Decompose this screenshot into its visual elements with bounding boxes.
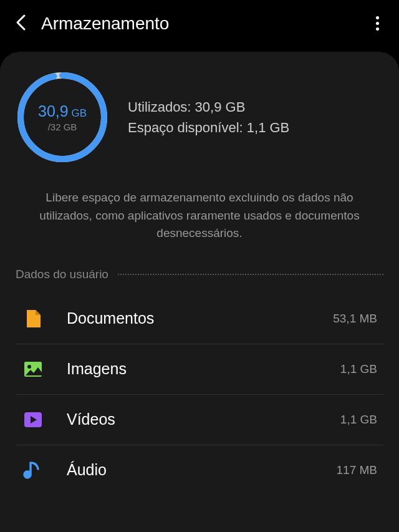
item-label: Imagens xyxy=(67,360,340,378)
list-item-document[interactable]: Documentos 53,1 MB xyxy=(16,294,383,344)
storage-details: Utilizados: 30,9 GB Espaço disponível: 1… xyxy=(128,97,383,138)
item-size: 1,1 GB xyxy=(340,362,377,376)
list-item-audio[interactable]: Áudio 117 MB xyxy=(16,445,383,495)
available-label: Espaço disponível: 1,1 GB xyxy=(128,117,383,138)
video-icon xyxy=(22,409,44,431)
back-icon[interactable] xyxy=(15,14,26,34)
svg-point-5 xyxy=(25,472,31,478)
image-icon xyxy=(22,358,44,380)
used-storage-value: 30,9 GB xyxy=(38,102,87,120)
divider xyxy=(118,274,383,275)
svg-point-3 xyxy=(27,365,31,369)
item-size: 53,1 MB xyxy=(333,312,377,326)
storage-circle: 30,9 GB /32 GB xyxy=(16,70,109,164)
document-icon xyxy=(22,307,44,330)
audio-icon xyxy=(22,459,44,481)
storage-items-list: Documentos 53,1 MB Imagens 1,1 GB Vídeos… xyxy=(16,294,383,495)
item-label: Vídeos xyxy=(67,410,340,428)
storage-summary: 30,9 GB /32 GB Utilizados: 30,9 GB Espaç… xyxy=(16,70,383,164)
list-item-image[interactable]: Imagens 1,1 GB xyxy=(16,344,383,395)
total-storage-value: /32 GB xyxy=(48,122,77,132)
used-label: Utilizados: 30,9 GB xyxy=(128,97,383,117)
app-header: Armazenamento xyxy=(0,0,399,47)
item-size: 117 MB xyxy=(337,463,377,477)
section-header: Dados do usuário xyxy=(16,268,383,281)
list-item-video[interactable]: Vídeos 1,1 GB xyxy=(16,395,383,445)
more-menu-icon[interactable] xyxy=(371,11,384,36)
section-title: Dados do usuário xyxy=(16,268,108,281)
item-size: 1,1 GB xyxy=(340,413,377,427)
page-title: Armazenamento xyxy=(41,14,371,34)
main-content: 30,9 GB /32 GB Utilizados: 30,9 GB Espaç… xyxy=(0,52,399,532)
storage-description: Libere espaço de armazenamento excluindo… xyxy=(16,189,383,243)
item-label: Documentos xyxy=(67,309,333,327)
item-label: Áudio xyxy=(67,461,337,479)
